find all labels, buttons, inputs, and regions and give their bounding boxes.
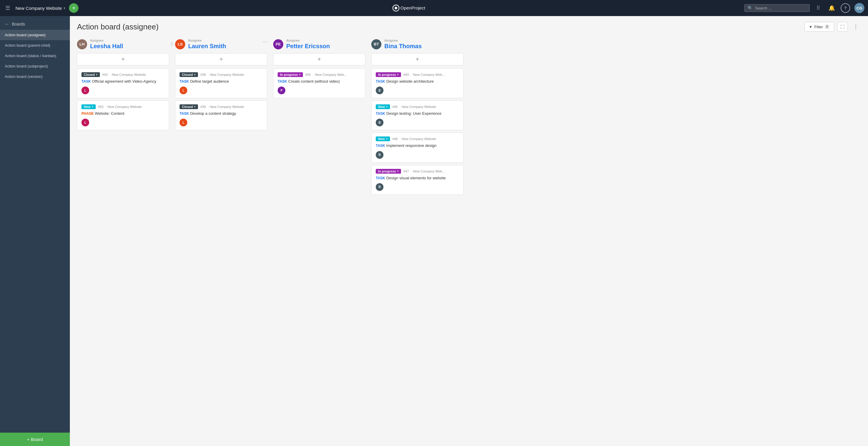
card-header-row: In progress▾ #47 · New Company Web... [376,169,459,174]
card-id: #39 [200,105,206,109]
column-assignee-avatar: PE [273,39,283,49]
column-header-info: Assignee Lauren Smith [188,39,267,50]
status-badge[interactable]: New▾ [82,105,96,109]
task-card[interactable]: Closed▾ #43 · New Company Website TASK O… [77,68,169,98]
page-header: Action board (assignee) ▼ Filter 0 ⛶ ⋮ [77,22,861,31]
card-avatar-row: B [376,151,459,159]
search-input[interactable] [755,6,806,10]
column-assignee-avatar: BT [371,39,381,49]
card-project: · New Company Website [208,73,244,77]
card-header-row: Closed▾ #43 · New Company Website [82,72,165,77]
card-title: TASK Design testing: User Experience [376,111,459,116]
column-header-info: Assignee Bina Thomas [384,39,463,50]
card-header-row: In progress▾ #44 · New Company Web... [376,72,459,77]
board-area: LH Assignee Leesha Hall + Closed▾ #43 · … [77,39,861,197]
card-type-label: TASK [376,144,385,148]
task-card[interactable]: In progress▾ #42 · New Company Web... TA… [273,68,365,98]
page-title: Action board (assignee) [77,22,159,31]
sidebar-item[interactable]: Action board (version) [0,71,70,82]
app-logo: OpenProject [82,4,741,12]
add-card-button[interactable]: + [273,53,365,65]
column-header: BT Assignee Bina Thomas [371,39,463,50]
task-card[interactable]: Closed▾ #38 · New Company Website TASK D… [175,68,267,98]
card-id: #45 [392,105,398,109]
main-content: Action board (assignee) ▼ Filter 0 ⛶ ⋮ L… [70,16,868,446]
new-item-button[interactable]: + [69,3,79,13]
card-id: #42 [305,73,311,77]
sidebar-items-list: Action board (assignee)Action board (par… [0,30,70,82]
add-board-button[interactable]: + Board [0,433,70,446]
card-id: #38 [200,73,206,77]
card-avatar-row: L [82,119,165,126]
card-title: TASK Create content (without video) [278,79,361,84]
search-bar[interactable]: 🔍 [744,4,810,12]
search-icon: 🔍 [748,6,753,10]
column-assignee-name: Bina Thomas [384,43,463,50]
notifications-icon[interactable]: 🔔 [827,3,836,13]
add-card-button[interactable]: + [77,53,169,65]
card-type-label: TASK [180,112,189,116]
column-header: LH Assignee Leesha Hall [77,39,169,50]
task-card[interactable]: New▾ #45 · New Company Website TASK Desi… [371,100,463,130]
badge-caret-icon: ▾ [194,73,195,76]
card-header-row: Closed▾ #38 · New Company Website [180,72,263,77]
card-header-row: Closed▾ #39 · New Company Website [180,105,263,109]
project-caret-icon: ▾ [64,6,65,10]
task-card[interactable]: Closed▾ #39 · New Company Website TASK D… [175,100,267,130]
task-card[interactable]: In progress▾ #44 · New Company Web... TA… [371,68,463,98]
board-column: BT Assignee Bina Thomas + In progress▾ #… [371,39,463,197]
filter-button[interactable]: ▼ Filter 0 [804,22,834,31]
sidebar-item[interactable]: Action board (status / kanban) [0,51,70,61]
column-assignee-label: Assignee [188,39,267,42]
card-project: · New Company Web... [411,170,445,173]
card-title: TASK Define target audience [180,79,263,84]
nav-icons-group: ⠿ 🔔 ? CG [813,3,864,13]
column-header: PE Assignee Petter Ericsson [273,39,365,50]
user-avatar[interactable]: CG [854,3,864,13]
fullscreen-button[interactable]: ⛶ [837,22,848,31]
sidebar-back-button[interactable]: ← Boards [0,16,70,30]
task-card[interactable]: New▾ #46 · New Company Website TASK Impl… [371,132,463,162]
grid-menu-icon[interactable]: ⠿ [813,3,823,13]
sidebar-item[interactable]: Action board (assignee) [0,30,70,40]
status-badge[interactable]: Closed▾ [180,105,198,109]
top-navigation: ☰ New Company Website ▾ + OpenProject 🔍 … [0,0,868,16]
task-card[interactable]: In progress▾ #47 · New Company Web... TA… [371,165,463,195]
column-assignee-avatar: LS [175,39,185,49]
status-badge[interactable]: In progress▾ [376,169,401,174]
status-badge[interactable]: In progress▾ [376,72,401,77]
card-assignee-avatar: L [82,87,89,94]
column-more-options-icon[interactable]: ··· [263,39,267,45]
project-name-button[interactable]: New Company Website ▾ [16,6,65,11]
add-card-button[interactable]: + [175,53,267,65]
status-badge[interactable]: In progress▾ [278,72,303,77]
card-title: TASK Design visual elements for website [376,175,459,181]
card-assignee-avatar: B [376,87,383,94]
hamburger-menu-icon[interactable]: ☰ [4,3,12,13]
column-assignee-name: Lauren Smith [188,43,267,50]
task-card[interactable]: New▾ #53 · New Company Website PHASE Web… [77,100,169,130]
card-header-row: New▾ #45 · New Company Website [376,105,459,109]
card-assignee-avatar: L [180,87,187,94]
card-assignee-avatar: B [376,183,383,191]
status-badge[interactable]: New▾ [376,137,390,141]
more-options-button[interactable]: ⋮ [851,22,861,31]
status-badge[interactable]: Closed▾ [180,72,198,77]
card-type-label: TASK [376,79,385,84]
status-badge[interactable]: New▾ [376,105,390,109]
column-assignee-label: Assignee [90,39,169,42]
add-card-button[interactable]: + [371,53,463,65]
sidebar-item[interactable]: Action board (subproject) [0,61,70,71]
sidebar-item[interactable]: Action board (parent-child) [0,40,70,51]
card-project: · New Company Website [106,105,142,109]
help-icon[interactable]: ? [841,3,850,13]
badge-caret-icon: ▾ [386,105,388,108]
column-header-info: Assignee Leesha Hall [90,39,169,50]
project-name-label: New Company Website [16,6,62,11]
card-id: #43 [102,73,107,77]
card-project: · New Company Web... [411,73,445,77]
status-badge[interactable]: Closed▾ [82,72,100,77]
sidebar: ← Boards Action board (assignee)Action b… [0,16,70,446]
column-drag-handle-icon[interactable]: ⠿ [170,42,173,47]
card-project: · New Company Website [400,105,436,109]
